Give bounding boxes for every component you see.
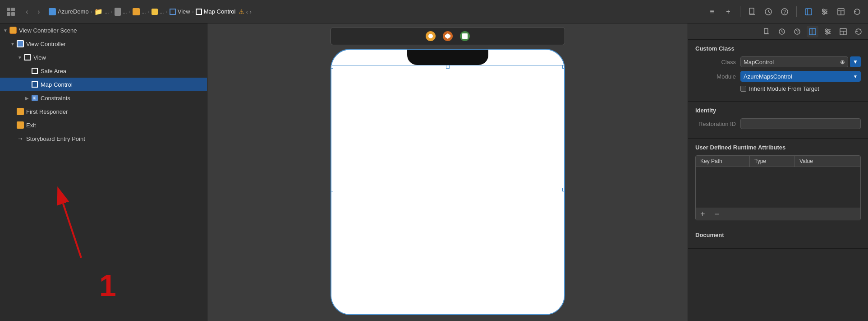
canvas-area: [207, 23, 688, 321]
layout-icon-btn[interactable]: [835, 5, 847, 18]
inherit-module-row: Inherit Module From Target: [695, 85, 861, 92]
document-title: Document: [695, 232, 861, 238]
help-icon-btn[interactable]: ?: [778, 5, 791, 18]
panel-help-btn[interactable]: ?: [791, 26, 803, 37]
breadcrumb-vc-item[interactable]: ...: [152, 9, 164, 15]
phone-content: [331, 65, 564, 314]
class-dropdown[interactable]: MapControl ⊕: [740, 56, 848, 67]
sep-6: ›: [192, 9, 194, 15]
panel-clock-btn[interactable]: [776, 26, 788, 37]
map-control-icon: [196, 9, 202, 15]
file-icon-btn[interactable]: [746, 5, 758, 18]
panel-file-btn[interactable]: [761, 26, 772, 37]
forward-button[interactable]: ›: [33, 6, 44, 17]
breadcrumb-prev[interactable]: ‹: [246, 8, 248, 15]
chevron-vc: ▼: [9, 40, 16, 47]
chevron-safe-area: [23, 67, 31, 74]
breadcrumb-view[interactable]: View: [170, 8, 190, 15]
canvas-icon-3[interactable]: [460, 31, 470, 41]
clock-icon-btn[interactable]: [762, 5, 775, 18]
svg-point-39: [828, 31, 830, 33]
class-row: Class MapControl ⊕ ▼: [695, 56, 861, 67]
class-expand-icon: ⊕: [840, 59, 845, 65]
warning-icon[interactable]: ⚠: [239, 8, 244, 15]
first-responder-label: First Responder: [26, 108, 68, 115]
identity-section: Identity Restoration ID: [688, 102, 868, 139]
inspector-icon-btn[interactable]: [802, 5, 815, 18]
add-attribute-button[interactable]: +: [699, 210, 706, 218]
tree-item-first-responder[interactable]: First Responder: [0, 105, 207, 118]
safe-area-label: Safe Area: [41, 68, 66, 74]
panel-refresh-btn[interactable]: [853, 26, 864, 37]
module-dropdown[interactable]: AzureMapsControl ▼: [740, 71, 861, 82]
add-button[interactable]: +: [722, 5, 735, 18]
tree-item-map-control[interactable]: Map Control: [0, 78, 207, 91]
inherit-module-checkbox[interactable]: [740, 86, 746, 92]
chevron-view: ▼: [16, 54, 23, 61]
file-tree-sidebar: ▼ View Controller Scene ▼ View Controlle…: [0, 23, 207, 321]
svg-line-8: [768, 12, 770, 13]
svg-point-17: [825, 11, 827, 13]
first-responder-icon: [16, 107, 24, 116]
svg-point-18: [823, 13, 825, 14]
scene-icon: [9, 26, 17, 34]
remove-attribute-button[interactable]: −: [714, 210, 721, 218]
restoration-id-input[interactable]: [740, 118, 861, 129]
col-type: Type: [750, 156, 795, 167]
breadcrumb-storyboard[interactable]: ...: [133, 8, 146, 15]
panel-layout-btn[interactable]: [837, 26, 849, 37]
tree-item-entry-point[interactable]: → Storyboard Entry Point: [0, 132, 207, 145]
breadcrumb-azuredemo[interactable]: AzureDemo: [49, 8, 89, 15]
handle-mr[interactable]: [562, 188, 565, 191]
class-chevron-btn[interactable]: ▼: [850, 56, 861, 67]
tree-item-view[interactable]: ▼ View: [0, 51, 207, 64]
entry-point-label: Storyboard Entry Point: [26, 135, 85, 142]
canvas-icon-2[interactable]: [443, 31, 453, 41]
tree-item-exit[interactable]: Exit: [0, 118, 207, 132]
table-header: Key Path Type Value: [696, 156, 860, 167]
chevron-first-responder: [9, 108, 16, 115]
folder-icon: 📁: [94, 8, 103, 16]
class-label: Class: [695, 59, 736, 65]
sep-2: ›: [111, 9, 113, 15]
handle-tl[interactable]: [331, 65, 333, 69]
menu-button[interactable]: ≡: [706, 5, 718, 18]
svg-line-30: [782, 32, 783, 33]
handle-ml[interactable]: [331, 188, 333, 191]
breadcrumb-map-control[interactable]: Map Control: [196, 8, 236, 15]
constraints-icon: ⊞: [31, 94, 39, 102]
tree-item-scene[interactable]: ▼ View Controller Scene: [0, 23, 207, 37]
tree-item-vc[interactable]: ▼ View Controller: [0, 37, 207, 51]
chevron-constraints: ▶: [23, 94, 31, 102]
panel-inspector-btn[interactable]: [807, 26, 818, 37]
attributes-table: Key Path Type Value + −: [695, 155, 861, 220]
refresh-icon-btn[interactable]: [851, 5, 863, 18]
annotation-1: 1: [99, 268, 116, 303]
back-button[interactable]: ‹: [22, 6, 32, 17]
sep-5: ›: [166, 9, 168, 15]
inherit-module-label: Inherit Module From Target: [749, 85, 819, 92]
breadcrumb-folder[interactable]: 📁 ...: [94, 8, 109, 16]
sliders-icon-btn[interactable]: [818, 5, 831, 18]
breadcrumb-file1[interactable]: ...: [115, 8, 127, 16]
chevron-map-control: [23, 81, 31, 88]
right-panel: ?: [688, 23, 868, 321]
breadcrumb-next[interactable]: ›: [249, 8, 252, 15]
tree-item-constraints[interactable]: ▶ ⊞ Constraints: [0, 91, 207, 105]
canvas-icon-1[interactable]: [426, 31, 436, 41]
restoration-id-label: Restoration ID: [695, 121, 736, 127]
phone-notch: [407, 50, 488, 65]
tree-item-safe-area[interactable]: Safe Area: [0, 64, 207, 78]
user-defined-title: User Defined Runtime Attributes: [695, 144, 861, 151]
handle-tr[interactable]: [562, 65, 565, 69]
canvas-toolbar: [331, 27, 565, 45]
restoration-id-row: Restoration ID: [695, 118, 861, 129]
vc-label: View Controller: [26, 41, 66, 47]
handle-tm[interactable]: [446, 65, 450, 69]
grid-icon[interactable]: [5, 5, 17, 18]
svg-rect-11: [805, 9, 812, 15]
svg-point-16: [822, 9, 824, 11]
panel-sliders-btn[interactable]: [822, 26, 834, 37]
document-section: Document: [688, 226, 868, 249]
chevron-exit: [9, 121, 16, 129]
